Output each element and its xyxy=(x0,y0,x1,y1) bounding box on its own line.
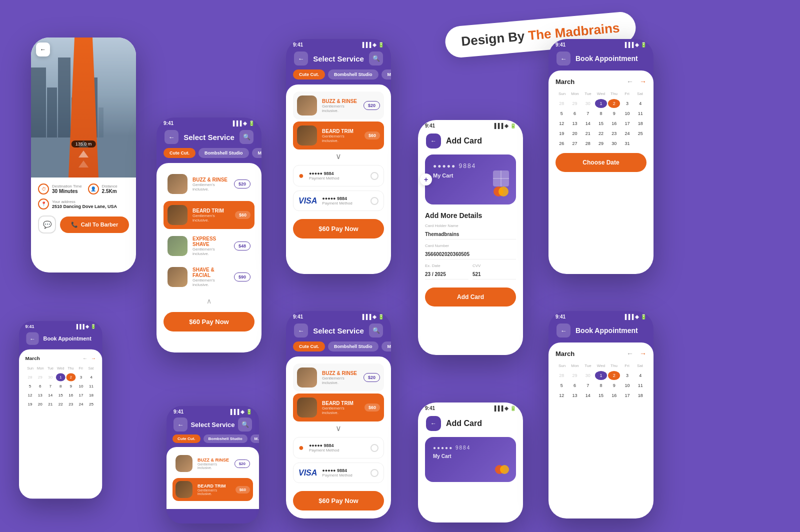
cd[interactable]: 3 xyxy=(76,373,86,381)
next-6[interactable]: → xyxy=(91,356,96,361)
cd[interactable]: 8 xyxy=(595,381,607,390)
message-button[interactable]: 💬 xyxy=(38,216,56,234)
cd[interactable]: 15 xyxy=(56,391,66,399)
pay-btn-8[interactable]: $60 Pay Now xyxy=(293,491,384,510)
ft-7[interactable]: Cute Cut. xyxy=(172,434,200,443)
search-button-3[interactable]: 🔍 xyxy=(369,52,383,66)
back-button-4[interactable]: ← xyxy=(426,134,441,148)
cal-day[interactable]: 14 xyxy=(582,119,594,128)
cal-day[interactable]: 7 xyxy=(582,109,594,118)
cal-day[interactable]: 10 xyxy=(621,109,633,118)
add-card-button[interactable]: Add Card xyxy=(425,288,516,306)
expand-icon[interactable]: ∧ xyxy=(164,294,254,308)
cd[interactable]: 6 xyxy=(36,382,45,390)
search-7[interactable]: 🔍 xyxy=(238,418,252,432)
payment-mastercard[interactable]: ● ●●●●● 9884 Payment Method xyxy=(293,165,384,186)
cal-day[interactable]: 5 xyxy=(556,109,568,118)
cal-day[interactable]: 24 xyxy=(621,129,633,138)
cd[interactable]: 28 xyxy=(556,371,568,380)
cd[interactable]: 12 xyxy=(26,391,35,399)
cd[interactable]: 18 xyxy=(86,391,96,399)
cd[interactable]: 11 xyxy=(634,381,646,390)
cal-day[interactable]: 23 xyxy=(608,129,620,138)
cd[interactable]: 2 xyxy=(66,373,76,381)
cd[interactable]: 18 xyxy=(634,391,646,400)
ft-7[interactable]: Bombshell Studio xyxy=(204,434,248,443)
cal-day[interactable]: 9 xyxy=(608,109,620,118)
mc-radio[interactable] xyxy=(370,172,378,180)
cd[interactable]: 15 xyxy=(595,391,607,400)
cd[interactable]: 29 xyxy=(568,371,580,380)
cal-day[interactable]: 8 xyxy=(595,109,607,118)
cd[interactable]: 6 xyxy=(568,381,580,390)
cal-day[interactable]: 11 xyxy=(634,109,646,118)
filter-more-2[interactable]: M... xyxy=(252,148,262,158)
filter-bombshell-2[interactable]: Bombshell Studio xyxy=(198,148,249,158)
cal-day[interactable]: 30 xyxy=(608,139,620,148)
cd[interactable]: 5 xyxy=(26,382,35,390)
cd[interactable]: 30 xyxy=(582,371,594,380)
next-month-button[interactable]: → xyxy=(640,78,646,86)
card-number-input[interactable] xyxy=(425,250,516,260)
back-button-3[interactable]: ← xyxy=(294,52,308,66)
service-beard-trim-2[interactable]: BEARD TRIM Gentlemen's inclusive. $60 xyxy=(164,201,254,229)
cd[interactable]: 23 xyxy=(66,400,76,408)
pay-now-button-3[interactable]: $60 Pay Now xyxy=(293,219,384,238)
card-add-icon[interactable]: + xyxy=(420,174,432,186)
next-10[interactable]: → xyxy=(640,350,646,358)
cal-day[interactable]: 19 xyxy=(556,129,568,138)
ft-8[interactable]: M... xyxy=(382,342,392,352)
visa-radio-8[interactable] xyxy=(370,469,378,477)
cal-day[interactable]: 29 xyxy=(568,99,580,108)
cd[interactable]: 14 xyxy=(582,391,594,400)
ft-8[interactable]: Cute Cut. xyxy=(293,342,325,352)
service-buzz-rinse-2[interactable]: BUZZ & RINSE Gentlemen's inclusive. $20 xyxy=(164,170,254,198)
pm-visa-8[interactable]: VISA ●●●●● 9884 Payment Method xyxy=(293,462,384,483)
filter-bombshell-3[interactable]: Bombshell Studio xyxy=(328,70,378,80)
cd[interactable]: 29 xyxy=(36,373,45,381)
cd-sel[interactable]: 2 xyxy=(608,371,620,380)
cd[interactable]: 16 xyxy=(66,391,76,399)
prev-month-button[interactable]: ← xyxy=(626,78,634,86)
cd[interactable]: 8 xyxy=(56,382,66,390)
cd[interactable]: 7 xyxy=(582,381,594,390)
cal-day[interactable]: 4 xyxy=(634,99,646,108)
pay-now-button-2[interactable]: $60 Pay Now xyxy=(164,312,254,332)
filter-cute-cut-2[interactable]: Cute Cut. xyxy=(164,148,196,158)
cd[interactable]: 9 xyxy=(608,381,620,390)
payment-visa[interactable]: VISA ●●●●● 9884 Payment Method xyxy=(293,190,384,211)
mc-radio-8[interactable] xyxy=(370,444,378,452)
cal-day[interactable]: 29 xyxy=(595,139,607,148)
call-barber-button[interactable]: 📞 Call To Barber xyxy=(60,216,129,233)
cal-day[interactable]: 28 xyxy=(582,139,594,148)
visa-radio[interactable] xyxy=(370,197,378,205)
cd[interactable]: 14 xyxy=(46,391,55,399)
cd-today[interactable]: 1 xyxy=(595,371,607,380)
cvv-input[interactable] xyxy=(472,270,516,280)
filter-more-3[interactable]: M... xyxy=(382,70,392,80)
service-shave-facial-2[interactable]: SHAVE & FACIAL Gentlemen's inclusive. $9… xyxy=(164,263,254,291)
cal-day[interactable]: 31 xyxy=(621,139,633,148)
filter-cute-cut-3[interactable]: Cute Cut. xyxy=(293,70,325,80)
back-button-map[interactable]: ← xyxy=(36,42,50,56)
cd[interactable]: 22 xyxy=(56,400,66,408)
cd[interactable]: 13 xyxy=(568,391,580,400)
pm-mc-8[interactable]: ● ●●●●● 9884 Payment Method xyxy=(293,437,384,458)
cd[interactable]: 4 xyxy=(86,373,96,381)
cal-day[interactable]: 20 xyxy=(568,129,580,138)
cd[interactable]: 28 xyxy=(26,373,35,381)
si-8a[interactable]: BUZZ & RINSE Gentlemen's inclusive. $20 xyxy=(293,364,384,392)
prev-6[interactable]: ← xyxy=(82,356,88,361)
cal-day[interactable]: 26 xyxy=(556,139,568,148)
cal-day[interactable]: 15 xyxy=(595,119,607,128)
si-8b[interactable]: BEARD TRIM Gentlemen's inclusive. $60 xyxy=(293,394,384,422)
cd[interactable]: 30 xyxy=(46,373,55,381)
cd[interactable]: 5 xyxy=(556,381,568,390)
cal-day[interactable]: 22 xyxy=(595,129,607,138)
cd[interactable]: 19 xyxy=(26,400,35,408)
back-9[interactable]: ← xyxy=(426,416,441,431)
back-button-6[interactable]: ← xyxy=(26,332,38,345)
cd[interactable]: 7 xyxy=(46,382,55,390)
cd[interactable]: 9 xyxy=(66,382,76,390)
service-express-shave-2[interactable]: EXPRESS SHAVE Gentlemen's inclusive. $48 xyxy=(164,232,254,260)
